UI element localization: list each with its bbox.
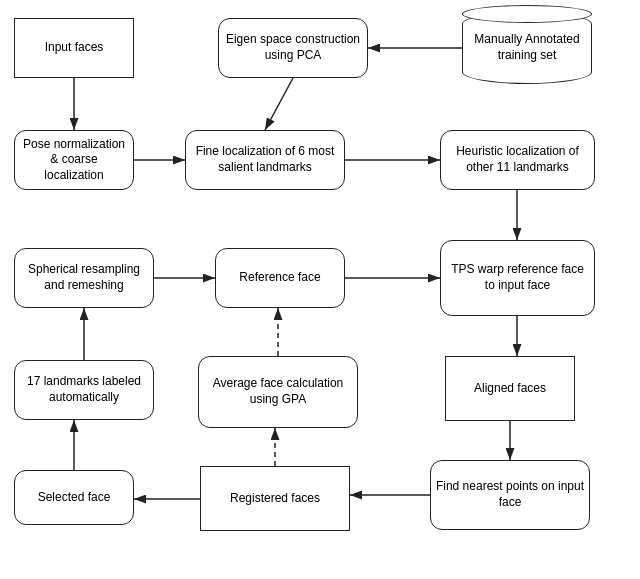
heuristic-localization-box: Heuristic localization of other 11 landm… (440, 130, 595, 190)
manually-annotated-box: Manually Annotated training set (462, 12, 592, 84)
fine-localization-box: Fine localization of 6 most salient land… (185, 130, 345, 190)
reference-face-label: Reference face (239, 270, 320, 286)
tps-warp-label: TPS warp reference face to input face (445, 262, 590, 293)
eigen-space-label: Eigen space construction using PCA (223, 32, 363, 63)
aligned-faces-box: Aligned faces (445, 356, 575, 421)
find-nearest-label: Find nearest points on input face (435, 479, 585, 510)
fine-localization-label: Fine localization of 6 most salient land… (190, 144, 340, 175)
manually-annotated-label: Manually Annotated training set (467, 32, 587, 63)
registered-faces-box: Registered faces (200, 466, 350, 531)
tps-warp-box: TPS warp reference face to input face (440, 240, 595, 316)
average-face-box: Average face calculation using GPA (198, 356, 358, 428)
spherical-resampling-label: Spherical resampling and remeshing (19, 262, 149, 293)
pose-normalization-label: Pose normalization & coarse localization (19, 137, 129, 184)
spherical-resampling-box: Spherical resampling and remeshing (14, 248, 154, 308)
selected-face-box: Selected face (14, 470, 134, 525)
registered-faces-label: Registered faces (230, 491, 320, 507)
diagram: Input faces Eigen space construction usi… (0, 0, 640, 579)
input-faces-box: Input faces (14, 18, 134, 78)
find-nearest-box: Find nearest points on input face (430, 460, 590, 530)
eigen-space-box: Eigen space construction using PCA (218, 18, 368, 78)
landmarks-17-label: 17 landmarks labeled automatically (19, 374, 149, 405)
aligned-faces-label: Aligned faces (474, 381, 546, 397)
average-face-label: Average face calculation using GPA (203, 376, 353, 407)
heuristic-localization-label: Heuristic localization of other 11 landm… (445, 144, 590, 175)
input-faces-label: Input faces (45, 40, 104, 56)
landmarks-17-box: 17 landmarks labeled automatically (14, 360, 154, 420)
pose-normalization-box: Pose normalization & coarse localization (14, 130, 134, 190)
svg-line-4 (265, 78, 293, 130)
selected-face-label: Selected face (38, 490, 111, 506)
reference-face-box: Reference face (215, 248, 345, 308)
